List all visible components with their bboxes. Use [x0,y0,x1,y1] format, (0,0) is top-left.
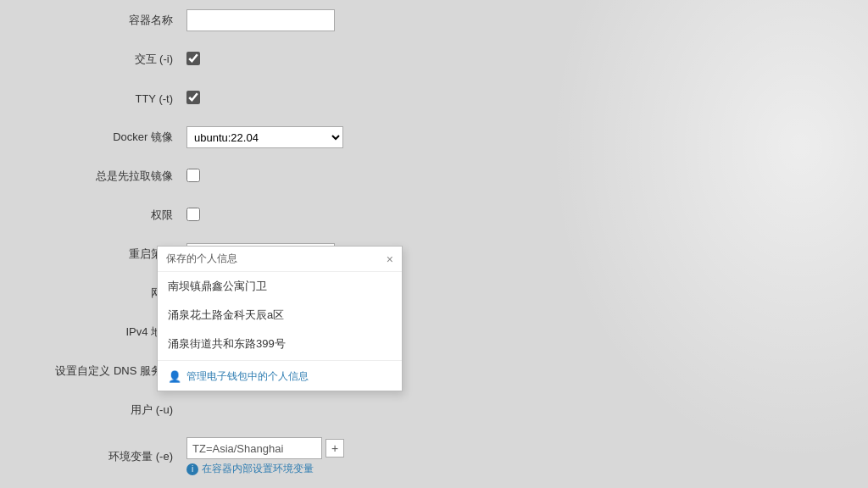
autocomplete-item-0[interactable]: 南坝镇鼎鑫公寓门卫 [158,272,402,301]
env-var-input[interactable] [186,437,322,459]
env-var-label: 环境变量 (-e) [34,449,186,464]
manage-wallet-text: 管理电子钱包中的个人信息 [186,369,309,384]
autocomplete-item-2[interactable]: 涌泉街道共和东路399号 [158,330,402,358]
docker-image-select[interactable]: ubuntu:22.04 [186,126,343,148]
env-var-info-icon: i [186,463,198,475]
env-var-info-link[interactable]: i 在容器内部设置环境变量 [186,462,344,476]
user-label: 用户 (-u) [34,402,186,418]
container-name-input[interactable] [186,9,335,31]
always-pull-label: 总是先拉取镜像 [34,169,186,184]
tty-label: TTY (-t) [34,92,186,105]
docker-image-label: Docker 镜像 [34,130,186,145]
interactive-checkbox[interactable] [186,52,200,65]
tty-checkbox[interactable] [186,91,200,104]
env-var-info-text: 在容器内部设置环境变量 [202,462,314,476]
autocomplete-item-1[interactable]: 涌泉花土路金科天辰a区 [158,301,402,330]
container-name-label: 容器名称 [34,13,186,28]
autocomplete-close-button[interactable]: × [387,252,393,266]
autocomplete-header-text: 保存的个人信息 [166,252,237,266]
autocomplete-popup: 保存的个人信息 × 南坝镇鼎鑫公寓门卫 涌泉花土路金科天辰a区 涌泉街道共和东路… [157,246,403,391]
privilege-checkbox[interactable] [186,208,200,221]
manage-wallet-icon: 👤 [168,370,181,383]
privilege-label: 权限 [34,208,186,223]
always-pull-checkbox[interactable] [186,169,200,182]
interactive-label: 交互 (-i) [34,52,186,67]
manage-wallet-link[interactable]: 👤 管理电子钱包中的个人信息 [158,363,402,391]
env-var-add-button[interactable]: + [326,439,344,458]
